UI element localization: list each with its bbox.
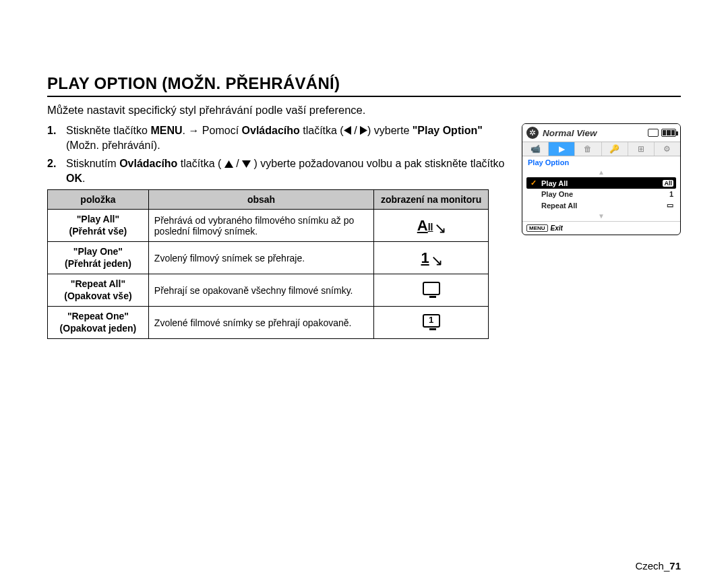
step-1: 1. Stiskněte tlačítko MENU. → Pomocí Ovl… xyxy=(47,123,510,152)
option-icon xyxy=(374,274,489,307)
th-display: zobrazení na monitoru xyxy=(374,190,489,210)
chevron-up-icon: ▲ xyxy=(522,168,680,177)
th-content: obsah xyxy=(148,190,373,210)
option-desc: Zvolené filmové snímky se přehrají opako… xyxy=(148,307,373,339)
osd-tab[interactable]: 🗑 xyxy=(575,142,601,156)
osd-menu-item[interactable]: ✓Play AllAll xyxy=(526,177,676,189)
osd-menu-item[interactable]: Play One1 xyxy=(526,189,676,199)
table-row: "Repeat One"(Opakovat jeden)Zvolené film… xyxy=(48,307,489,339)
table-row: "Repeat All"(Opakovat vše)Přehrají se op… xyxy=(48,274,489,307)
osd-menu-item[interactable]: Repeat All▭ xyxy=(526,199,676,211)
osd-tab[interactable]: ▶ xyxy=(549,142,575,156)
options-table: položka obsah zobrazení na monitoru "Pla… xyxy=(47,189,489,339)
check-icon: ✓ xyxy=(529,179,537,187)
table-row: "Play One"(Přehrát jeden)Zvolený filmový… xyxy=(48,242,489,274)
osd-tab-bar: 📹▶🗑🔑⊞⚙ xyxy=(522,142,680,156)
chevron-down-icon: ▼ xyxy=(522,212,680,221)
osd-item-label: Repeat All xyxy=(541,202,663,210)
osd-item-badge: 1 xyxy=(669,190,673,198)
option-icon: 1↘ xyxy=(374,242,489,274)
osd-item-badge: ▭ xyxy=(667,201,673,210)
osd-item-badge: All xyxy=(663,180,673,187)
osd-preview: ✲ Normal View 📹▶🗑🔑⊞⚙ Play Option ▲ ✓Play… xyxy=(522,123,681,235)
osd-tab[interactable]: ⚙ xyxy=(655,142,680,156)
gear-icon: ✲ xyxy=(526,127,539,139)
option-desc: Zvolený filmový snímek se přehraje. xyxy=(148,242,373,274)
option-icon: All↘ xyxy=(374,210,489,242)
table-row: "Play All"(Přehrát vše)Přehrává od vybra… xyxy=(48,210,489,242)
svg-marker-3 xyxy=(242,160,251,168)
triangle-right-icon xyxy=(360,126,367,135)
exit-label: Exit xyxy=(551,224,563,232)
osd-item-label: Play One xyxy=(541,190,665,198)
option-icon xyxy=(374,307,489,339)
osd-tab[interactable]: 📹 xyxy=(522,142,549,156)
page-footer: Czech_71 xyxy=(635,560,681,572)
option-desc: Přehrají se opakovaně všechny filmové sn… xyxy=(148,274,373,307)
triangle-down-icon xyxy=(242,160,251,168)
osd-tab[interactable]: 🔑 xyxy=(602,142,628,156)
page-content: PLAY OPTION (MOŽN. PŘEHRÁVÁNÍ) Můžete na… xyxy=(47,74,681,339)
triangle-up-icon xyxy=(224,160,233,168)
osd-footer: MENU Exit xyxy=(522,221,680,235)
option-name: "Play One"(Přehrát jeden) xyxy=(48,242,149,274)
svg-marker-1 xyxy=(360,126,367,135)
osd-item-label: Play All xyxy=(541,179,659,187)
step-2: 2. Stisknutím Ovládacího tlačítka ( / ) … xyxy=(47,156,510,185)
section-title: PLAY OPTION (MOŽN. PŘEHRÁVÁNÍ) xyxy=(47,74,681,97)
option-desc: Přehrává od vybraného filmového snímku a… xyxy=(148,210,373,242)
osd-title: Normal View xyxy=(543,128,644,138)
svg-marker-0 xyxy=(344,126,351,135)
th-item: položka xyxy=(48,190,149,210)
triangle-left-icon xyxy=(344,126,351,135)
option-name: "Play All"(Přehrát vše) xyxy=(48,210,149,242)
battery-icon xyxy=(661,129,676,137)
option-name: "Repeat One"(Opakovat jeden) xyxy=(48,307,149,339)
osd-header: ✲ Normal View xyxy=(522,124,680,142)
card-icon xyxy=(648,129,659,137)
osd-section-title: Play Option xyxy=(522,156,680,168)
status-icons xyxy=(648,129,676,137)
instruction-steps: 1. Stiskněte tlačítko MENU. → Pomocí Ovl… xyxy=(47,123,510,339)
option-name: "Repeat All"(Opakovat vše) xyxy=(48,274,149,307)
osd-menu: ✓Play AllAllPlay One1Repeat All▭ xyxy=(522,177,680,212)
osd-tab[interactable]: ⊞ xyxy=(628,142,655,156)
svg-marker-2 xyxy=(224,160,233,168)
menu-button-label: MENU xyxy=(526,224,548,232)
intro-text: Můžete nastavit specifický styl přehrává… xyxy=(47,104,681,117)
